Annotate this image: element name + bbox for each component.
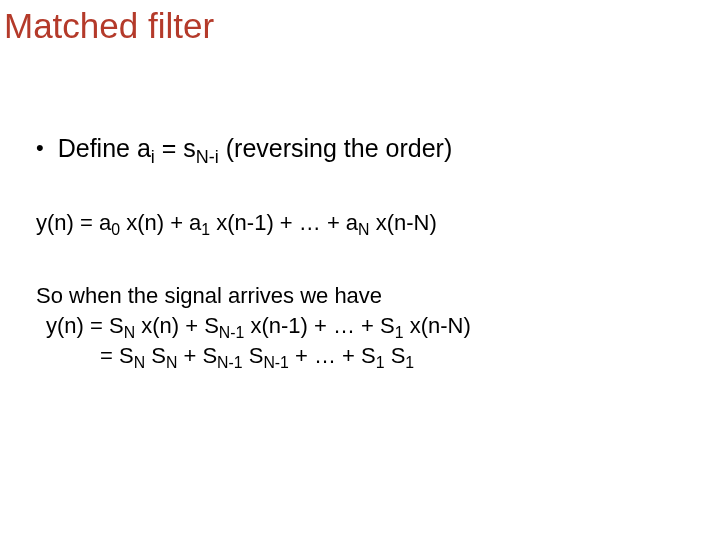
txt: y(n) = a [36, 210, 111, 235]
txt: S [385, 343, 406, 368]
sub-n-1: N-1 [263, 354, 289, 371]
sub-1: 1 [395, 325, 404, 342]
txt: x(n-1) + … + a [210, 210, 358, 235]
txt: x(n) + a [120, 210, 201, 235]
sub-n-1: N-1 [217, 354, 243, 371]
txt: y(n) = S [46, 313, 124, 338]
slide: { "title": "Matched filter", "bullet": {… [0, 0, 720, 540]
sub-n-i: N-i [196, 147, 219, 167]
sub-1: 1 [201, 221, 210, 238]
txt: x(n) + S [135, 313, 219, 338]
para-line-3: = SN SN + SN-1 SN-1 + … + S1 S1 [36, 341, 686, 371]
txt: x(n-N) [370, 210, 437, 235]
txt: Define a [58, 134, 151, 162]
txt: S [243, 343, 264, 368]
txt: = S [100, 343, 134, 368]
txt: x(n-1) + … + S [244, 313, 394, 338]
equation-yn-a: y(n) = a0 x(n) + a1 x(n-1) + … + aN x(n-… [36, 208, 686, 238]
paragraph-signal: So when the signal arrives we have y(n) … [36, 281, 686, 370]
bullet-dot: • [36, 137, 44, 159]
txt: + … + S [289, 343, 376, 368]
sub-0: 0 [111, 221, 120, 238]
sub-n: N [124, 325, 135, 342]
sub-n-1: N-1 [219, 325, 245, 342]
slide-body: • Define ai = sN-i (reversing the order)… [36, 132, 686, 371]
txt: S [145, 343, 166, 368]
para-line-2: y(n) = SN x(n) + SN-1 x(n-1) + … + S1 x(… [36, 311, 686, 341]
sub-n: N [166, 354, 177, 371]
txt: x(n-N) [404, 313, 471, 338]
txt: + S [177, 343, 217, 368]
para-line-1: So when the signal arrives we have [36, 281, 686, 311]
txt: = s [155, 134, 196, 162]
bullet-define: • Define ai = sN-i (reversing the order) [36, 132, 686, 166]
sub-n: N [358, 221, 369, 238]
sub-1: 1 [405, 354, 414, 371]
slide-title: Matched filter [4, 6, 214, 46]
sub-1: 1 [376, 354, 385, 371]
bullet-text: Define ai = sN-i (reversing the order) [58, 132, 453, 166]
txt: (reversing the order) [219, 134, 452, 162]
sub-n: N [134, 354, 145, 371]
